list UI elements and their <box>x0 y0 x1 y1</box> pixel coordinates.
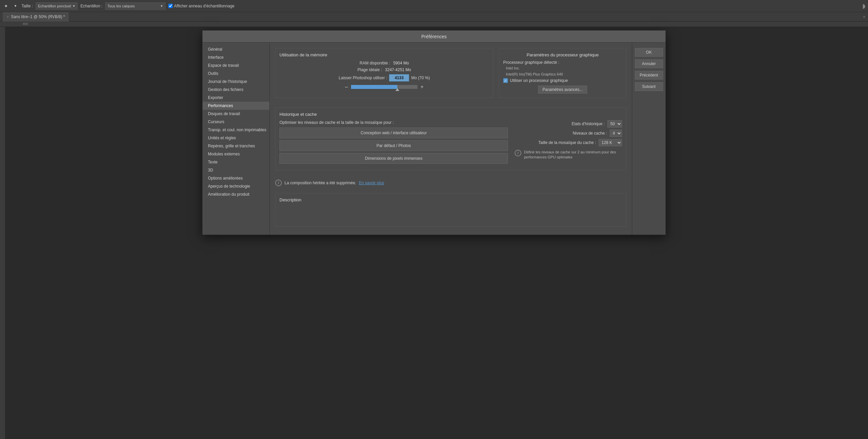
nav-item-file-handling[interactable]: Gestion des fichiers <box>203 86 270 94</box>
description-section-box: Description <box>275 193 626 227</box>
memory-section-title: Utilisation de la mémoire <box>279 53 489 57</box>
nav-sidebar: Général Interface Espace de travail Outi… <box>203 43 270 235</box>
nav-item-performances[interactable]: Performances <box>203 102 270 110</box>
document-tab[interactable]: × Sans titre–1 @ 50% (RVB/8) * <box>3 12 69 22</box>
gpu-section-title: Paramètres du processeur graphique <box>503 53 622 57</box>
memory-slider-track[interactable] <box>351 85 418 89</box>
memory-slider-container: – + <box>279 84 489 90</box>
sample-size-dropdown[interactable]: Echantillon ponctuel ▼ <box>36 2 78 10</box>
nav-item-plugins[interactable]: Modules externes <box>203 150 270 158</box>
sample-label: Echantillon : <box>80 4 102 8</box>
notice-link[interactable]: En savoir plus <box>359 180 384 185</box>
gpu-detected-label: Processeur graphique détecté : <box>503 60 559 65</box>
cancel-button[interactable]: Annuler <box>635 59 663 68</box>
nav-item-tech-preview[interactable]: Aperçus de technologie <box>203 182 270 190</box>
nav-item-tools[interactable]: Outils <box>203 69 270 77</box>
dialog-title: Préférences <box>421 34 446 39</box>
previous-button[interactable]: Précédent <box>635 71 663 79</box>
nav-item-general[interactable]: Général <box>203 45 270 54</box>
top-section: Utilisation de la mémoire RAM disponible… <box>275 48 626 101</box>
cache-section-title: Historique et cache <box>279 112 622 117</box>
cache-btn-default[interactable]: Par défaut / Photos <box>279 140 508 151</box>
nav-item-export[interactable]: Exporter <box>203 94 270 102</box>
tabbar: × Sans titre–1 @ 50% (RVB/8) * » <box>0 12 868 22</box>
main-panel: Utilisation de la mémoire RAM disponible… <box>270 43 632 235</box>
notice-info-icon: i <box>275 179 282 186</box>
description-section-title: Description <box>279 197 622 202</box>
memory-slider-thumb <box>395 88 399 91</box>
cache-btn-huge[interactable]: Dimensions de pixels immenses <box>279 153 508 164</box>
ok-button[interactable]: OK <box>635 48 663 57</box>
ram-label: RAM disponible : <box>360 61 390 65</box>
nav-item-guides[interactable]: Repères, grille et tranches <box>203 142 270 150</box>
notice-text: La composition héritée a été supprimée. <box>284 180 356 185</box>
preferences-dialog: Préférences Général Interface Espace de … <box>202 30 666 235</box>
photoshop-memory-input[interactable] <box>389 74 409 81</box>
gpu-advanced-btn[interactable]: Paramètres avancés... <box>538 86 587 94</box>
btn-panel: OK Annuler Précédent Suivant <box>632 43 665 235</box>
cache-info-icon: i <box>515 150 521 157</box>
ram-row: RAM disponible : 5904 Mo <box>279 61 489 65</box>
next-button[interactable]: Suivant <box>635 82 663 91</box>
nav-item-transparency[interactable]: Transp. et coul. non imprimables <box>203 126 270 134</box>
toolbar: ✦ ▼ Taille : Echantillon ponctuel ▼ Echa… <box>0 0 868 12</box>
nav-item-workspace[interactable]: Espace de travail <box>203 61 270 69</box>
gpu-device-line2: Intel(R) Iris(TM) Plus Graphics 640 <box>506 72 622 76</box>
range-label: Plage idéale : <box>358 67 382 72</box>
notice-row: i La composition héritée a été supprimée… <box>275 177 626 189</box>
history-states-label: Etats d'historique : <box>572 122 604 126</box>
use-gpu-row: ✓ Utiliser un processeur graphique <box>503 78 622 83</box>
tile-size-select[interactable]: 128 K <box>598 139 622 146</box>
photoshop-use-label: Laisser Photoshop utiliser : <box>339 75 387 80</box>
optimize-label: Optimiser les niveaux de cache et la tai… <box>279 120 508 125</box>
tile-size-row: Taille de la mosaïque du cache : 128 K <box>515 139 622 146</box>
tab-close-x[interactable]: × <box>7 15 9 19</box>
tab-scroll-arrow[interactable]: » <box>863 14 865 19</box>
slider-minus-btn[interactable]: – <box>345 84 348 90</box>
nav-item-interface[interactable]: Interface <box>203 54 270 61</box>
memory-slider-fill <box>351 85 398 89</box>
nav-item-cursors[interactable]: Curseurs <box>203 118 270 126</box>
nav-item-text[interactable]: Texte <box>203 158 270 166</box>
dropdown-arrow-icon: ▼ <box>12 3 19 9</box>
gpu-detected-row: Processeur graphique détecté : <box>503 60 622 65</box>
history-states-select[interactable]: 50 <box>607 120 622 128</box>
sample-size-value: Echantillon ponctuel <box>38 4 71 8</box>
all-layers-dropdown[interactable]: Tous les calques ▼ <box>105 2 165 10</box>
nav-item-history-log[interactable]: Journal de l'historique <box>203 77 270 86</box>
show-ring-area: Afficher anneau d'échantillonnage <box>168 4 235 8</box>
ruler-vertical <box>0 27 5 439</box>
show-ring-checkbox[interactable] <box>168 4 173 8</box>
size-label: Taille : <box>22 4 33 8</box>
cache-section-box: Historique et cache Optimiser les niveau… <box>275 107 626 170</box>
ram-value: 5904 Mo <box>393 61 409 65</box>
use-gpu-checkbox[interactable]: ✓ <box>503 78 508 83</box>
cache-content: Optimiser les niveaux de cache et la tai… <box>279 120 622 166</box>
photoshop-use-row: Laisser Photoshop utiliser : Mo (70 %) <box>279 74 489 81</box>
dialog-overlay: Préférences Général Interface Espace de … <box>0 27 868 439</box>
use-gpu-label: Utiliser un processeur graphique <box>510 78 568 83</box>
nav-item-3d[interactable]: 3D <box>203 166 270 174</box>
cache-left: Optimiser les niveaux de cache et la tai… <box>279 120 508 166</box>
eyedropper-icon: ✦ <box>3 3 9 9</box>
cache-levels-select[interactable]: 4 <box>610 130 622 137</box>
nav-item-scratch-disks[interactable]: Disques de travail <box>203 110 270 118</box>
all-layers-value: Tous les calques <box>107 4 135 8</box>
tile-size-label: Taille de la mosaïque du cache : <box>538 140 596 145</box>
dialog-body: Général Interface Espace de travail Outi… <box>203 43 665 235</box>
slider-plus-btn[interactable]: + <box>421 84 424 90</box>
nav-item-enhanced[interactable]: Options améliorées <box>203 174 270 182</box>
cache-info-text: Définir les niveaux de cache sur 2 au mi… <box>524 150 622 160</box>
nav-item-units[interactable]: Unités et règles <box>203 134 270 142</box>
cache-info-block: i Définir les niveaux de cache sur 2 au … <box>515 150 622 160</box>
cache-btn-web[interactable]: Conception web / interface utilisateur <box>279 128 508 138</box>
dialog-titlebar: Préférences <box>203 31 665 43</box>
gpu-device-line1: Intel Inc. <box>506 66 622 70</box>
nav-item-product-improvement[interactable]: Amélioration du produit <box>203 190 270 198</box>
range-value: 3247-4251 Mo <box>385 67 411 72</box>
cache-right: Etats d'historique : 50 Niveaux de cache… <box>515 120 622 166</box>
memory-section-box: Utilisation de la mémoire RAM disponible… <box>275 48 493 98</box>
tab-title: Sans titre–1 @ 50% (RVB/8) * <box>11 14 65 19</box>
photoshop-unit-label: Mo (70 %) <box>411 75 430 80</box>
toolbar-right-icon: ◗ <box>862 2 865 10</box>
